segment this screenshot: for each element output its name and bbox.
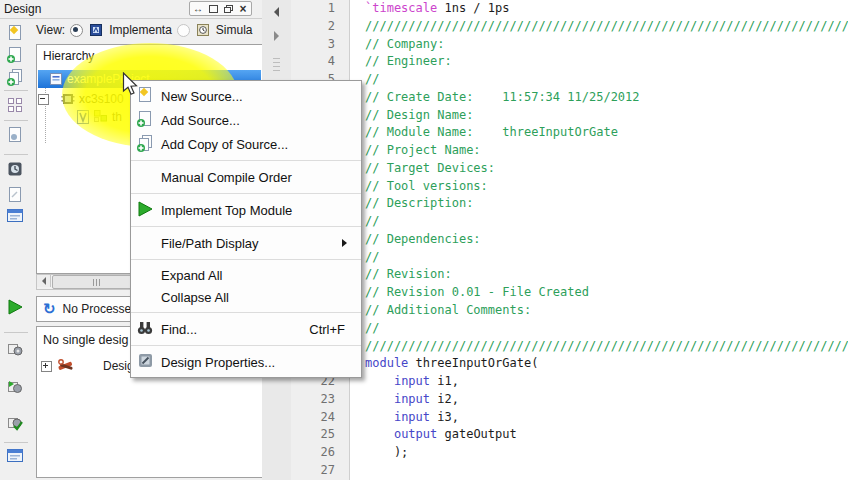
process-gear-button[interactable] — [6, 340, 26, 360]
code-line[interactable]: 20//////////////////////////////////////… — [291, 338, 848, 356]
code-text: // Revision 0.01 - File Created — [365, 284, 589, 302]
code-line[interactable]: 6// Create Date: 11:57:34 11/25/2012 — [291, 89, 848, 107]
tree-item-device[interactable]: xc3s100 — [38, 90, 124, 108]
code-line[interactable]: 27 — [291, 462, 848, 480]
line-number: 3 — [291, 36, 335, 54]
process-check-button[interactable] — [6, 414, 26, 434]
design-summary-button[interactable] — [6, 208, 26, 228]
tree-item-label[interactable]: th — [112, 110, 122, 124]
code-line[interactable]: 15// — [291, 249, 848, 267]
code-text: `timescale 1ns / 1ps — [365, 0, 510, 18]
menu-item-label: New Source... — [161, 89, 243, 104]
menu-item-add-copy-of-source[interactable]: Add Copy of Source... — [131, 132, 361, 156]
menu-item-find[interactable]: Find...Ctrl+F — [131, 317, 361, 341]
code-line[interactable]: 19// — [291, 320, 848, 338]
implementation-label[interactable]: Implementa — [109, 23, 172, 37]
expand-plus-icon[interactable] — [41, 361, 52, 372]
collapse-right-icon[interactable] — [270, 30, 282, 42]
design-summary-icon — [6, 213, 24, 227]
restore-button[interactable] — [221, 2, 235, 15]
code-line[interactable]: 7// Design Name: — [291, 107, 848, 125]
code-line[interactable]: 12// Description: — [291, 195, 848, 213]
code-text: // Target Devices: — [365, 160, 502, 178]
menu-item-new-source[interactable]: New Source... — [131, 84, 361, 108]
view-label: View: — [36, 23, 65, 37]
run-play-button[interactable] — [6, 298, 26, 318]
code-line[interactable]: 10// Target Devices: — [291, 160, 848, 178]
add-source-button[interactable] — [6, 46, 26, 66]
code-line[interactable]: 13// — [291, 213, 848, 231]
add-source-icon — [136, 110, 154, 131]
code-line[interactable]: 23 input i2, — [291, 391, 848, 409]
code-line[interactable]: 16// Revision: — [291, 266, 848, 284]
process-gear-icon — [6, 347, 24, 361]
code-text: input i2, — [365, 391, 459, 409]
code-text: // — [365, 71, 387, 89]
code-text: // — [365, 213, 379, 231]
menu-item-manual-compile-order[interactable]: Manual Compile Order — [131, 165, 361, 189]
code-line[interactable]: 21module threeInputOrGate( — [291, 355, 848, 373]
close-button[interactable]: × — [236, 2, 250, 15]
simulation-chip-icon — [195, 22, 211, 38]
collapse-left-icon[interactable] — [270, 6, 282, 18]
menu-item-expand-all[interactable]: Expand All — [131, 264, 361, 286]
splitter-grip[interactable] — [273, 58, 280, 71]
collapse-expander-icon[interactable] — [38, 94, 49, 105]
hierarchy-blocks-button[interactable] — [6, 96, 26, 116]
snapshot-page-button[interactable] — [6, 126, 26, 146]
process-check-icon — [6, 421, 24, 435]
report-window-button[interactable] — [6, 448, 26, 468]
blank-page-button[interactable] — [6, 186, 26, 206]
float-button[interactable]: ↔ — [191, 2, 205, 15]
scroll-left-arrow-icon[interactable] — [37, 275, 51, 287]
simulation-label[interactable]: Simula — [216, 23, 253, 37]
add-source-icon — [6, 53, 24, 67]
code-line[interactable]: 11// Tool versions: — [291, 178, 848, 196]
code-area[interactable]: 1`timescale 1ns / 1ps2//////////////////… — [291, 0, 848, 480]
ise-window: Design ↔× View: Implementa Simula Hierar… — [0, 0, 848, 480]
verilog-file-icon — [76, 110, 90, 124]
line-number: 23 — [291, 391, 335, 409]
code-line[interactable]: 3// Company: — [291, 36, 848, 54]
toolbar-separator — [4, 442, 28, 443]
code-line[interactable]: 25 output gateOutput — [291, 426, 848, 444]
code-line[interactable]: 22 input i1, — [291, 373, 848, 391]
code-line[interactable]: 1`timescale 1ns / 1ps — [291, 0, 848, 18]
refresh-icon: ↻ — [43, 302, 56, 316]
tree-item-label[interactable]: xc3s100 — [79, 92, 124, 106]
code-line[interactable]: 2///////////////////////////////////////… — [291, 18, 848, 36]
new-source-icon — [6, 31, 24, 45]
code-text: module threeInputOrGate( — [365, 355, 538, 373]
menu-item-collapse-all[interactable]: Collapse All — [131, 286, 361, 308]
context-menu: New Source...Add Source...Add Copy of So… — [130, 80, 362, 378]
maximize-button[interactable] — [206, 2, 220, 15]
code-line[interactable]: 14// Dependencies: — [291, 231, 848, 249]
code-line[interactable]: 5// — [291, 71, 848, 89]
design-utilities-item[interactable]: Desig — [41, 357, 75, 375]
code-line[interactable]: 18// Additional Comments: — [291, 302, 848, 320]
code-line[interactable]: 4// Engineer: — [291, 53, 848, 71]
menu-item-file-path-display[interactable]: File/Path Display — [131, 231, 361, 255]
simulation-radio[interactable] — [177, 24, 190, 37]
code-line[interactable]: 8// Module Name: threeInputOrGate — [291, 124, 848, 142]
code-line[interactable]: 24 input i3, — [291, 409, 848, 427]
toolbar-separator — [4, 332, 28, 333]
line-number: 27 — [291, 462, 335, 480]
menu-item-add-source[interactable]: Add Source... — [131, 108, 361, 132]
process-rerun-button[interactable] — [6, 378, 26, 398]
code-line[interactable]: 17// Revision 0.01 - File Created — [291, 284, 848, 302]
implementation-radio[interactable] — [70, 24, 83, 37]
code-line[interactable]: 26 ); — [291, 444, 848, 462]
menu-item-implement-top-module[interactable]: Implement Top Module — [131, 198, 361, 222]
menu-item-design-properties[interactable]: Design Properties... — [131, 350, 361, 374]
menu-item-label: Expand All — [161, 268, 222, 283]
tree-item-verilog-module[interactable]: th — [76, 108, 122, 126]
add-copy-of-source-button[interactable] — [6, 68, 26, 88]
code-line[interactable]: 9// Project Name: — [291, 142, 848, 160]
library-dark-button[interactable] — [6, 160, 26, 180]
new-source-button[interactable] — [6, 24, 26, 44]
toolbar-separator — [4, 120, 28, 121]
code-text: // — [365, 320, 379, 338]
code-editor[interactable]: 1`timescale 1ns / 1ps2//////////////////… — [291, 0, 848, 480]
scrollbar-thumb[interactable] — [52, 275, 140, 289]
